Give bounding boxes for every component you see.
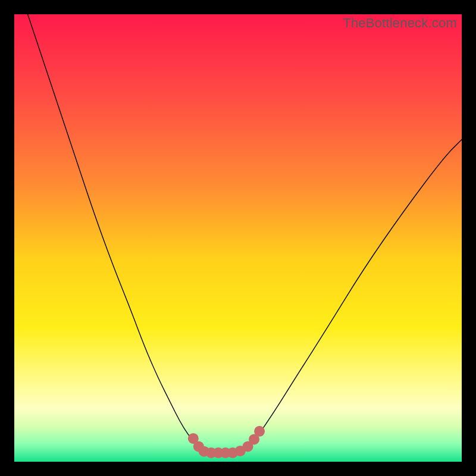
valley-marker — [254, 426, 265, 437]
chart-frame: TheBottleneck.com — [14, 14, 462, 462]
gradient-background — [14, 14, 462, 462]
bottleneck-chart — [14, 14, 462, 462]
watermark-label: TheBottleneck.com — [343, 15, 457, 31]
